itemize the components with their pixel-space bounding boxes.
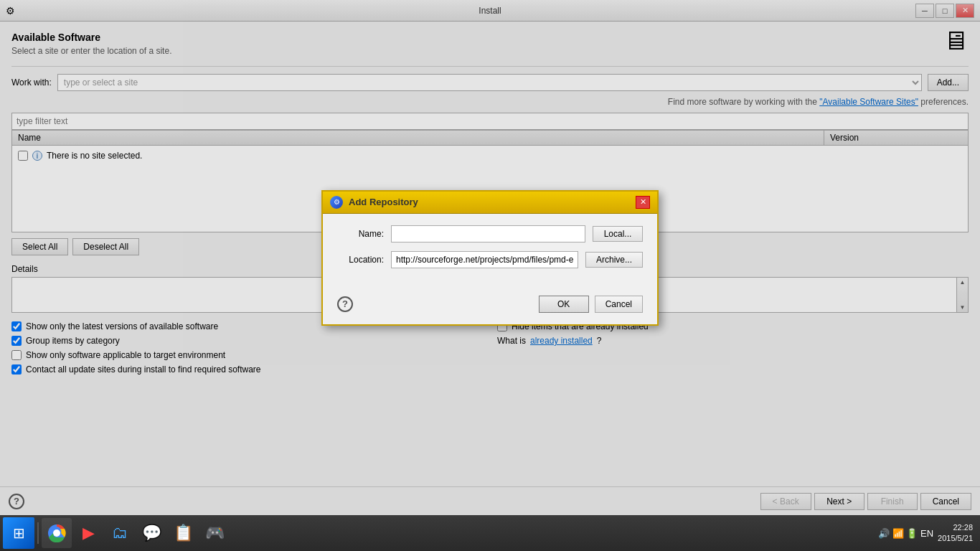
taskbar-separator [37, 522, 39, 544]
taskbar-chrome-icon[interactable] [42, 518, 72, 548]
dialog-location-row: Location: Archive... [337, 251, 643, 268]
archive-button[interactable]: Archive... [585, 252, 643, 268]
location-label: Location: [337, 255, 384, 265]
dialog-title-left: ⚙ Add Repository [330, 196, 418, 209]
name-input[interactable] [391, 225, 585, 242]
dialog-help-button[interactable]: ? [337, 296, 353, 312]
dialog-close-button[interactable]: ✕ [636, 196, 650, 209]
clock-time: 22:28 [938, 522, 973, 533]
dialog-cancel-button[interactable]: Cancel [595, 296, 643, 313]
taskbar-clock: 22:28 2015/5/21 [938, 522, 973, 545]
dialog-ok-button[interactable]: OK [539, 296, 589, 313]
dialog-app-icon: ⚙ [330, 196, 343, 209]
dialog-body: Name: Local... Location: Archive... [323, 214, 657, 288]
dialog-footer: ? OK Cancel [323, 288, 657, 324]
dialog-titlebar: ⚙ Add Repository ✕ [323, 192, 657, 214]
taskbar-right: 🔊 📶 🔋 EN 22:28 2015/5/21 [878, 522, 977, 545]
modal-overlay: ⚙ Add Repository ✕ Name: Local... Locati… [0, 0, 980, 515]
taskbar-system-icons: 🔊 📶 🔋 EN [878, 528, 933, 539]
location-input[interactable] [391, 251, 578, 268]
start-button[interactable]: ⊞ [3, 517, 34, 549]
taskbar-icon-6[interactable]: 🎮 [199, 518, 230, 548]
taskbar-icon-4[interactable]: 💬 [136, 518, 166, 548]
clock-date: 2015/5/21 [938, 533, 973, 544]
taskbar-icon-5[interactable]: 📋 [168, 518, 198, 548]
add-repository-dialog: ⚙ Add Repository ✕ Name: Local... Locati… [321, 190, 659, 326]
dialog-title: Add Repository [349, 197, 418, 207]
taskbar: ⊞ ▶ 🗂 💬 📋 🎮 🔊 📶 🔋 EN 22:28 2015/5/21 [0, 515, 980, 551]
svg-point-1 [53, 529, 60, 537]
dialog-name-row: Name: Local... [337, 225, 643, 242]
local-button[interactable]: Local... [593, 226, 643, 242]
taskbar-icon-3[interactable]: 🗂 [105, 518, 135, 548]
name-label: Name: [337, 229, 384, 239]
dialog-action-buttons: OK Cancel [539, 296, 643, 313]
taskbar-icon-2[interactable]: ▶ [73, 518, 103, 548]
